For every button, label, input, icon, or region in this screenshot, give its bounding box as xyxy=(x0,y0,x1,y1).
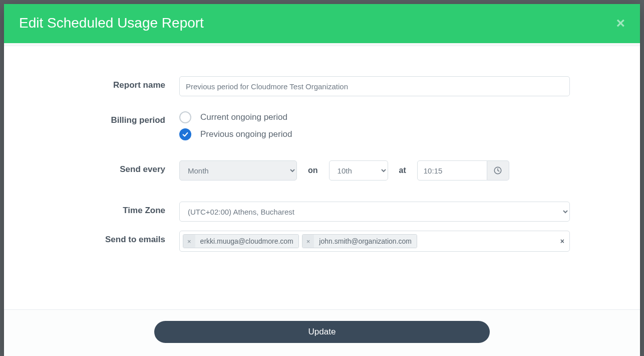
label-report-name: Report name xyxy=(74,76,179,90)
radio-label-previous: Previous ongoing period xyxy=(200,129,292,139)
row-report-name: Report name xyxy=(4,76,640,96)
label-on: on xyxy=(308,166,318,175)
remove-tag-icon[interactable]: × xyxy=(183,235,195,248)
close-icon[interactable]: × xyxy=(616,16,625,31)
label-at: at xyxy=(399,166,406,175)
radio-unchecked-icon xyxy=(179,111,191,123)
update-button[interactable]: Update xyxy=(154,321,490,343)
frequency-select[interactable]: Month xyxy=(179,160,297,181)
modal-title: Edit Scheduled Usage Report xyxy=(19,15,204,31)
emails-tag-input[interactable]: × erkki.muuga@cloudmore.com × john.smith… xyxy=(179,231,570,252)
time-picker-button[interactable] xyxy=(487,160,509,181)
time-input[interactable] xyxy=(417,160,487,181)
label-send-to-emails: Send to emails xyxy=(74,231,179,245)
edit-scheduled-report-modal: Edit Scheduled Usage Report × Report nam… xyxy=(4,4,640,356)
email-tag: × erkki.muuga@cloudmore.com xyxy=(183,234,299,248)
report-name-input[interactable] xyxy=(179,76,570,96)
label-send-every: Send every xyxy=(74,160,179,174)
clock-icon xyxy=(493,166,502,175)
radio-label-current: Current ongoing period xyxy=(200,112,287,122)
row-time-zone: Time Zone (UTC+02:00) Athens, Bucharest xyxy=(4,202,640,222)
radio-option-previous[interactable]: Previous ongoing period xyxy=(179,128,570,140)
email-tag-text: erkki.muuga@cloudmore.com xyxy=(195,235,298,248)
modal-header: Edit Scheduled Usage Report × xyxy=(4,4,640,43)
remove-tag-icon[interactable]: × xyxy=(302,235,314,248)
radio-option-current[interactable]: Current ongoing period xyxy=(179,111,570,123)
modal-body: Report name Billing period Current ongoi… xyxy=(4,46,640,309)
row-billing-period: Billing period Current ongoing period Pr… xyxy=(4,111,640,145)
radio-checked-icon xyxy=(179,128,191,140)
day-select[interactable]: 10th xyxy=(329,160,388,181)
timezone-select[interactable]: (UTC+02:00) Athens, Bucharest xyxy=(179,202,570,222)
email-tag-text: john.smith@organization.com xyxy=(314,235,417,248)
email-tag: × john.smith@organization.com xyxy=(302,234,417,248)
row-send-every: Send every Month on 10th at xyxy=(4,160,640,181)
label-time-zone: Time Zone xyxy=(74,202,179,216)
modal-footer: Update xyxy=(4,309,640,356)
label-billing-period: Billing period xyxy=(74,111,179,125)
row-send-to-emails: Send to emails × erkki.muuga@cloudmore.c… xyxy=(4,231,640,252)
clear-all-tags-icon[interactable]: × xyxy=(560,237,564,245)
